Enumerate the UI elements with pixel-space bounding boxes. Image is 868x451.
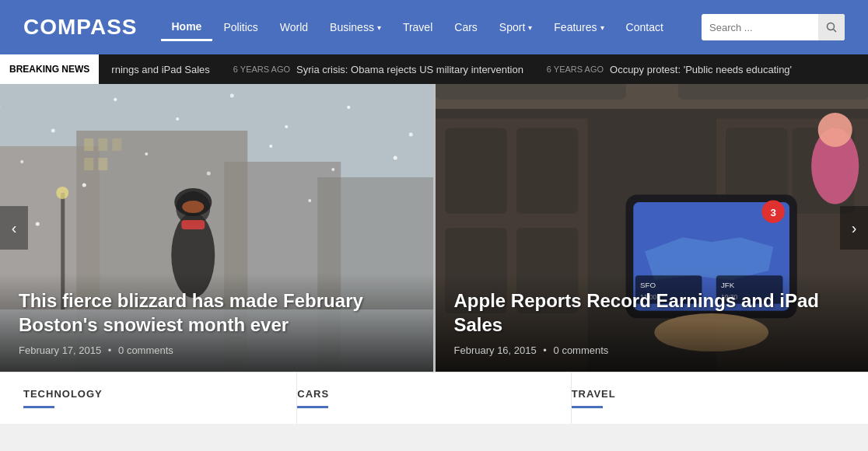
search-box — [702, 14, 845, 40]
svg-point-17 — [182, 201, 204, 213]
slider-arrow-right[interactable]: › — [840, 206, 868, 250]
logo: COMPASS — [23, 15, 138, 40]
svg-point-0 — [828, 23, 835, 30]
nav-item-contact[interactable]: Contact — [615, 15, 674, 40]
header: COMPASS Home Politics World Business ▾ T… — [0, 0, 868, 54]
svg-point-25 — [347, 106, 350, 109]
search-button[interactable] — [818, 14, 845, 40]
svg-point-31 — [207, 172, 211, 176]
breaking-news-text-1: rnings and iPad Sales — [111, 64, 209, 75]
svg-point-40 — [56, 187, 68, 199]
category-travel-underline — [572, 406, 603, 408]
nav-item-world[interactable]: World — [269, 15, 319, 40]
slide-2-date: February 16, 2015 — [454, 344, 537, 356]
breaking-news-text-2: Syria crisis: Obama rejects US military … — [296, 64, 523, 75]
sport-dropdown-arrow: ▾ — [528, 23, 532, 32]
nav-item-business[interactable]: Business ▾ — [319, 15, 392, 40]
slide-1-comments: 0 comments — [118, 344, 173, 356]
category-travel-label: TRAVEL — [572, 388, 616, 400]
svg-point-30 — [145, 152, 148, 156]
svg-rect-47 — [445, 128, 507, 214]
breaking-news-label: BREAKING NEWS — [0, 54, 99, 84]
svg-point-23 — [230, 94, 234, 98]
nav-item-home[interactable]: Home — [161, 14, 213, 41]
svg-rect-43 — [436, 84, 626, 100]
slide-2-overlay: Apple Reports Record Earnings and iPad S… — [436, 273, 869, 372]
category-technology-underline — [23, 406, 54, 408]
nav-item-cars[interactable]: Cars — [443, 15, 488, 40]
slide-2-comments: 0 comments — [554, 344, 609, 356]
category-travel[interactable]: TRAVEL — [572, 372, 845, 424]
svg-point-36 — [36, 222, 40, 226]
slide-1-title: This fierce blizzard has made February B… — [19, 288, 415, 337]
breaking-news-item-2: 6 YEARS AGO Syria crisis: Obama rejects … — [233, 64, 523, 75]
svg-point-37 — [308, 199, 311, 202]
svg-rect-48 — [516, 128, 578, 214]
breaking-news-text-3: Occupy protest: 'Public needs educating' — [610, 64, 792, 75]
nav-item-sport[interactable]: Sport ▾ — [488, 15, 543, 40]
slide-1-overlay: This fierce blizzard has made February B… — [0, 273, 433, 372]
category-cars-label: CARS — [297, 388, 329, 400]
svg-point-33 — [331, 168, 334, 171]
category-cars[interactable]: CARS — [297, 372, 571, 424]
svg-point-22 — [176, 117, 179, 121]
search-input[interactable] — [702, 22, 818, 33]
business-dropdown-arrow: ▾ — [377, 23, 381, 32]
nav-item-features[interactable]: Features ▾ — [543, 15, 614, 40]
category-technology[interactable]: TECHNOLOGY — [23, 372, 297, 424]
svg-point-20 — [51, 129, 55, 133]
svg-rect-18 — [181, 220, 205, 229]
svg-point-26 — [409, 133, 413, 137]
slide-2-meta: February 16, 2015 • 0 comments — [454, 344, 850, 356]
svg-point-28 — [20, 160, 23, 163]
breaking-news-bar: BREAKING NEWS rnings and iPad Sales 6 YE… — [0, 54, 868, 84]
breaking-news-item-3: 6 YEARS AGO Occupy protest: 'Public need… — [547, 64, 792, 75]
slide-1-dot: • — [108, 344, 112, 356]
nav-item-politics[interactable]: Politics — [212, 15, 268, 40]
breaking-news-item-1: rnings and iPad Sales — [111, 64, 209, 75]
svg-rect-44 — [677, 84, 868, 100]
slider-container: ‹ — [0, 84, 868, 372]
svg-point-32 — [269, 145, 272, 148]
svg-point-21 — [114, 98, 117, 101]
nav-item-travel[interactable]: Travel — [392, 15, 443, 40]
slide-1-date: February 17, 2015 — [19, 344, 101, 356]
svg-line-1 — [834, 30, 837, 33]
search-icon — [826, 22, 837, 33]
slide-1-meta: February 17, 2015 • 0 comments — [19, 344, 415, 356]
svg-text:3: 3 — [770, 207, 775, 219]
svg-point-29 — [82, 184, 86, 187]
slider-arrow-left[interactable]: ‹ — [0, 206, 28, 250]
features-dropdown-arrow: ▾ — [600, 23, 604, 32]
breaking-news-time-3: 6 YEARS AGO — [547, 65, 604, 74]
breaking-news-time-2: 6 YEARS AGO — [233, 65, 290, 74]
slide-1: This fierce blizzard has made February B… — [0, 84, 433, 372]
slide-2-dot: • — [543, 344, 547, 356]
nav: Home Politics World Business ▾ Travel Ca… — [161, 14, 702, 41]
svg-point-24 — [285, 125, 288, 128]
category-technology-label: TECHNOLOGY — [23, 388, 103, 400]
svg-point-34 — [394, 156, 397, 160]
category-cars-underline — [297, 406, 328, 408]
slide-2-title: Apple Reports Record Earnings and iPad S… — [454, 288, 850, 337]
categories-bar: TECHNOLOGY CARS TRAVEL — [0, 372, 868, 424]
slide-2: SFO 11:00 JFK 19:30 3 Apple Reports Reco… — [436, 84, 869, 372]
svg-point-55 — [817, 113, 852, 147]
